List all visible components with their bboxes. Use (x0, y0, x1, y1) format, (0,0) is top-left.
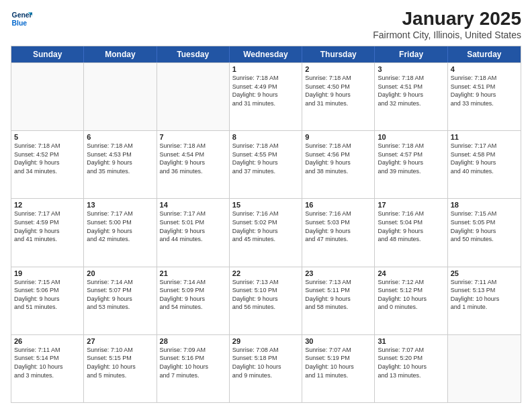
header: General Blue January 2025 Fairmont City,… (11, 8, 521, 40)
calendar-header: SundayMondayTuesdayWednesdayThursdayFrid… (11, 46, 521, 62)
day-number: 12 (14, 201, 81, 209)
day-number: 26 (14, 337, 81, 345)
day-number: 5 (14, 133, 81, 141)
logo-icon: General Blue (11, 8, 32, 30)
day-number: 7 (160, 133, 226, 141)
calendar-cell: 10Sunrise: 7:18 AM Sunset: 4:57 PM Dayli… (375, 131, 447, 198)
day-number: 16 (305, 201, 371, 209)
day-of-week-header: Monday (84, 46, 157, 62)
day-number: 13 (87, 201, 153, 209)
day-info: Sunrise: 7:15 AM Sunset: 5:06 PM Dayligh… (14, 278, 81, 312)
day-info: Sunrise: 7:18 AM Sunset: 4:50 PM Dayligh… (305, 74, 371, 107)
calendar-cell (448, 335, 521, 402)
page: General Blue January 2025 Fairmont City,… (0, 0, 532, 411)
calendar-cell: 7Sunrise: 7:18 AM Sunset: 4:54 PM Daylig… (157, 131, 230, 198)
day-of-week-header: Sunday (11, 46, 84, 62)
calendar-cell: 8Sunrise: 7:18 AM Sunset: 4:55 PM Daylig… (230, 131, 302, 198)
calendar-cell: 4Sunrise: 7:18 AM Sunset: 4:51 PM Daylig… (448, 63, 521, 130)
day-info: Sunrise: 7:11 AM Sunset: 5:13 PM Dayligh… (451, 278, 518, 312)
calendar-cell: 31Sunrise: 7:07 AM Sunset: 5:20 PM Dayli… (375, 335, 447, 402)
day-info: Sunrise: 7:09 AM Sunset: 5:16 PM Dayligh… (160, 346, 226, 379)
day-of-week-header: Wednesday (230, 46, 302, 62)
calendar-cell: 3Sunrise: 7:18 AM Sunset: 4:51 PM Daylig… (375, 63, 447, 130)
calendar-cell: 6Sunrise: 7:18 AM Sunset: 4:53 PM Daylig… (84, 131, 157, 198)
day-number: 30 (305, 337, 371, 345)
main-title: January 2025 (373, 8, 521, 30)
calendar-cell: 30Sunrise: 7:07 AM Sunset: 5:19 PM Dayli… (302, 335, 375, 402)
day-info: Sunrise: 7:14 AM Sunset: 5:09 PM Dayligh… (160, 278, 226, 312)
day-number: 17 (378, 201, 444, 209)
day-of-week-header: Thursday (302, 46, 375, 62)
day-number: 22 (232, 269, 299, 277)
calendar-cell: 16Sunrise: 7:16 AM Sunset: 5:03 PM Dayli… (302, 199, 375, 266)
day-number: 2 (305, 65, 371, 73)
day-info: Sunrise: 7:18 AM Sunset: 4:49 PM Dayligh… (232, 74, 299, 107)
calendar-cell: 22Sunrise: 7:13 AM Sunset: 5:10 PM Dayli… (230, 267, 302, 334)
day-number: 18 (451, 201, 518, 209)
day-info: Sunrise: 7:17 AM Sunset: 5:01 PM Dayligh… (160, 210, 226, 243)
calendar-body: 1Sunrise: 7:18 AM Sunset: 4:49 PM Daylig… (11, 62, 521, 402)
calendar-cell: 24Sunrise: 7:12 AM Sunset: 5:12 PM Dayli… (375, 267, 447, 334)
day-info: Sunrise: 7:18 AM Sunset: 4:55 PM Dayligh… (232, 142, 299, 175)
svg-text:Blue: Blue (12, 19, 28, 27)
calendar-cell: 9Sunrise: 7:18 AM Sunset: 4:56 PM Daylig… (302, 131, 375, 198)
calendar-week: 1Sunrise: 7:18 AM Sunset: 4:49 PM Daylig… (11, 62, 521, 130)
day-number: 11 (451, 133, 518, 141)
calendar-cell: 29Sunrise: 7:08 AM Sunset: 5:18 PM Dayli… (230, 335, 302, 402)
day-of-week-header: Tuesday (157, 46, 230, 62)
day-info: Sunrise: 7:18 AM Sunset: 4:51 PM Dayligh… (451, 74, 518, 107)
day-info: Sunrise: 7:17 AM Sunset: 4:58 PM Dayligh… (451, 142, 518, 175)
calendar-cell: 17Sunrise: 7:16 AM Sunset: 5:04 PM Dayli… (375, 199, 447, 266)
calendar-week: 19Sunrise: 7:15 AM Sunset: 5:06 PM Dayli… (11, 267, 521, 334)
calendar-cell: 25Sunrise: 7:11 AM Sunset: 5:13 PM Dayli… (448, 267, 521, 334)
calendar-cell: 5Sunrise: 7:18 AM Sunset: 4:52 PM Daylig… (11, 131, 84, 198)
day-info: Sunrise: 7:18 AM Sunset: 4:52 PM Dayligh… (14, 142, 81, 175)
calendar-cell: 26Sunrise: 7:11 AM Sunset: 5:14 PM Dayli… (11, 335, 84, 402)
day-info: Sunrise: 7:17 AM Sunset: 4:59 PM Dayligh… (14, 210, 81, 243)
calendar-cell (11, 63, 84, 130)
day-info: Sunrise: 7:18 AM Sunset: 4:54 PM Dayligh… (160, 142, 226, 175)
calendar-cell (84, 63, 157, 130)
day-number: 21 (160, 269, 226, 277)
day-number: 31 (378, 337, 444, 345)
calendar-cell: 19Sunrise: 7:15 AM Sunset: 5:06 PM Dayli… (11, 267, 84, 334)
day-number: 9 (305, 133, 371, 141)
day-number: 27 (87, 337, 153, 345)
day-number: 29 (232, 337, 299, 345)
calendar: SundayMondayTuesdayWednesdayThursdayFrid… (11, 46, 521, 403)
day-number: 19 (14, 269, 81, 277)
day-number: 10 (378, 133, 444, 141)
day-info: Sunrise: 7:08 AM Sunset: 5:18 PM Dayligh… (232, 346, 299, 379)
day-number: 3 (378, 65, 444, 73)
day-info: Sunrise: 7:16 AM Sunset: 5:03 PM Dayligh… (305, 210, 371, 243)
calendar-cell: 28Sunrise: 7:09 AM Sunset: 5:16 PM Dayli… (157, 335, 230, 402)
calendar-week: 26Sunrise: 7:11 AM Sunset: 5:14 PM Dayli… (11, 334, 521, 402)
calendar-cell: 11Sunrise: 7:17 AM Sunset: 4:58 PM Dayli… (448, 131, 521, 198)
day-info: Sunrise: 7:15 AM Sunset: 5:05 PM Dayligh… (451, 210, 518, 243)
day-info: Sunrise: 7:18 AM Sunset: 4:53 PM Dayligh… (87, 142, 153, 175)
day-number: 25 (451, 269, 518, 277)
calendar-cell: 18Sunrise: 7:15 AM Sunset: 5:05 PM Dayli… (448, 199, 521, 266)
day-number: 28 (160, 337, 226, 345)
day-number: 20 (87, 269, 153, 277)
calendar-cell: 14Sunrise: 7:17 AM Sunset: 5:01 PM Dayli… (157, 199, 230, 266)
day-info: Sunrise: 7:07 AM Sunset: 5:20 PM Dayligh… (378, 346, 444, 379)
day-info: Sunrise: 7:18 AM Sunset: 4:57 PM Dayligh… (378, 142, 444, 175)
day-info: Sunrise: 7:13 AM Sunset: 5:10 PM Dayligh… (232, 278, 299, 312)
day-info: Sunrise: 7:13 AM Sunset: 5:11 PM Dayligh… (305, 278, 371, 312)
day-info: Sunrise: 7:16 AM Sunset: 5:04 PM Dayligh… (378, 210, 444, 243)
subtitle: Fairmont City, Illinois, United States (373, 30, 521, 40)
day-info: Sunrise: 7:12 AM Sunset: 5:12 PM Dayligh… (378, 278, 444, 312)
day-number: 4 (451, 65, 518, 73)
title-block: January 2025 Fairmont City, Illinois, Un… (373, 8, 521, 40)
day-number: 8 (232, 133, 299, 141)
day-info: Sunrise: 7:16 AM Sunset: 5:02 PM Dayligh… (232, 210, 299, 243)
calendar-cell: 21Sunrise: 7:14 AM Sunset: 5:09 PM Dayli… (157, 267, 230, 334)
day-info: Sunrise: 7:11 AM Sunset: 5:14 PM Dayligh… (14, 346, 81, 379)
logo: General Blue (11, 8, 32, 30)
day-number: 15 (232, 201, 299, 209)
day-info: Sunrise: 7:07 AM Sunset: 5:19 PM Dayligh… (305, 346, 371, 379)
day-number: 1 (232, 65, 299, 73)
day-info: Sunrise: 7:18 AM Sunset: 4:56 PM Dayligh… (305, 142, 371, 175)
day-number: 14 (160, 201, 226, 209)
